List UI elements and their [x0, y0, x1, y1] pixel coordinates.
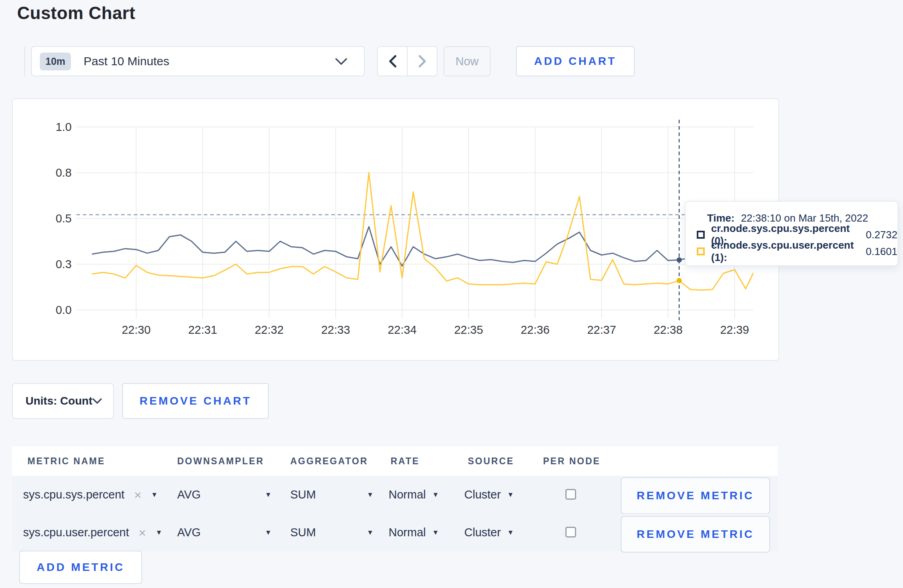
chevron-down-icon	[92, 397, 103, 405]
units-dropdown[interactable]: Units: Count	[12, 383, 114, 419]
metric-name-select[interactable]: sys.cpu.user.percent × ▼	[23, 514, 162, 551]
caret-down-icon: ▼	[265, 529, 272, 536]
rate-select[interactable]: Normal ▼	[389, 476, 439, 514]
col-header-source: SOURCE	[468, 456, 514, 467]
aggregator-value: SUM	[290, 488, 316, 501]
caret-down-icon: ▼	[507, 491, 514, 498]
time-range-dropdown[interactable]: 10m Past 10 Minutes	[31, 46, 365, 76]
svg-text:0.8: 0.8	[56, 166, 72, 179]
svg-text:22:35: 22:35	[454, 323, 483, 336]
aggregator-select[interactable]: SUM ▼	[290, 476, 373, 514]
svg-text:22:37: 22:37	[587, 323, 616, 336]
chart-tooltip: Time: 22:38:10 on Mar 15th, 2022 cr.node…	[685, 201, 898, 266]
chart-card: 0.00.30.50.81.022:3022:3122:3222:3322:34…	[12, 98, 779, 361]
col-header-per-node: PER NODE	[543, 456, 600, 467]
svg-text:0.0: 0.0	[56, 304, 72, 316]
metric-name-select[interactable]: sys.cpu.sys.percent × ▼	[23, 476, 158, 514]
svg-text:0.3: 0.3	[56, 258, 72, 271]
metric-row: sys.cpu.sys.percent × ▼ AVG ▼ SUM ▼ Norm…	[12, 476, 778, 514]
page-title: Custom Chart	[17, 3, 135, 23]
svg-text:22:30: 22:30	[122, 323, 151, 336]
remove-metric-button[interactable]: REMOVE METRIC	[621, 477, 770, 514]
tooltip-series-name: cr.node.sys.cpu.user.percent (1):	[711, 239, 858, 264]
aggregator-value: SUM	[290, 526, 316, 539]
metric-name-value: sys.cpu.user.percent	[23, 526, 129, 539]
remove-chart-button[interactable]: REMOVE CHART	[122, 383, 269, 419]
source-select[interactable]: Cluster ▼	[464, 514, 514, 551]
svg-text:22:34: 22:34	[388, 323, 417, 336]
series-swatch-user-icon	[697, 247, 705, 255]
svg-text:22:32: 22:32	[255, 323, 284, 336]
time-range-badge: 10m	[40, 53, 71, 70]
rate-value: Normal	[389, 526, 426, 539]
time-pager	[377, 46, 438, 76]
time-next-button[interactable]	[407, 46, 438, 76]
downsampler-select[interactable]: AVG ▼	[177, 476, 272, 514]
table-header-row: METRIC NAME DOWNSAMPLER AGGREGATOR RATE …	[12, 446, 778, 476]
chevron-left-icon	[388, 55, 397, 68]
svg-text:22:33: 22:33	[321, 323, 350, 336]
caret-down-icon: ▼	[156, 529, 162, 536]
clear-metric-icon[interactable]: ×	[134, 489, 142, 501]
svg-text:22:36: 22:36	[521, 323, 550, 336]
time-range-label: Past 10 Minutes	[84, 55, 169, 68]
caret-down-icon: ▼	[151, 491, 158, 498]
toolbar-divider	[24, 47, 25, 77]
units-label: Units: Count	[25, 395, 92, 407]
svg-text:1.0: 1.0	[56, 121, 72, 133]
line-chart[interactable]: 0.00.30.50.81.022:3022:3122:3222:3322:34…	[13, 99, 778, 360]
svg-text:22:31: 22:31	[188, 323, 217, 336]
source-select[interactable]: Cluster ▼	[464, 476, 514, 514]
aggregator-select[interactable]: SUM ▼	[290, 514, 373, 551]
col-header-downsampler: DOWNSAMPLER	[177, 456, 264, 467]
rate-select[interactable]: Normal ▼	[389, 514, 439, 551]
source-value: Cluster	[464, 526, 501, 539]
col-header-aggregator: AGGREGATOR	[290, 456, 368, 467]
chevron-down-icon	[334, 57, 348, 66]
per-node-checkbox[interactable]	[565, 527, 576, 537]
rate-value: Normal	[389, 488, 426, 501]
source-value: Cluster	[464, 488, 501, 501]
svg-text:22:39: 22:39	[720, 323, 749, 336]
caret-down-icon: ▼	[367, 491, 373, 498]
downsampler-value: AVG	[177, 488, 201, 501]
tooltip-series-value: 0.1601	[866, 245, 897, 258]
chevron-right-icon	[418, 55, 427, 68]
col-header-metric-name: METRIC NAME	[27, 456, 105, 467]
metrics-table: METRIC NAME DOWNSAMPLER AGGREGATOR RATE …	[12, 446, 778, 551]
remove-metric-button[interactable]: REMOVE METRIC	[621, 516, 770, 553]
col-header-rate: RATE	[391, 456, 420, 467]
svg-text:0.5: 0.5	[56, 212, 72, 225]
caret-down-icon: ▼	[432, 491, 439, 498]
per-node-checkbox[interactable]	[565, 489, 576, 500]
downsampler-value: AVG	[177, 526, 201, 539]
now-button[interactable]: Now	[444, 46, 491, 76]
clear-metric-icon[interactable]: ×	[139, 526, 146, 539]
caret-down-icon: ▼	[432, 529, 439, 536]
tooltip-series-value: 0.2732	[866, 229, 897, 241]
caret-down-icon: ▼	[367, 529, 373, 536]
downsampler-select[interactable]: AVG ▼	[177, 514, 272, 551]
metric-name-value: sys.cpu.sys.percent	[23, 488, 125, 501]
svg-text:22:38: 22:38	[654, 323, 683, 336]
series-swatch-sys-icon	[697, 231, 705, 239]
time-prev-button[interactable]	[377, 46, 407, 76]
add-metric-button[interactable]: ADD METRIC	[19, 551, 142, 584]
metric-row: sys.cpu.user.percent × ▼ AVG ▼ SUM ▼ Nor…	[12, 514, 778, 551]
add-chart-button[interactable]: ADD CHART	[516, 46, 635, 76]
caret-down-icon: ▼	[507, 529, 514, 536]
tooltip-series-row: cr.node.sys.cpu.user.percent (1): 0.1601	[697, 243, 897, 260]
caret-down-icon: ▼	[265, 491, 272, 498]
